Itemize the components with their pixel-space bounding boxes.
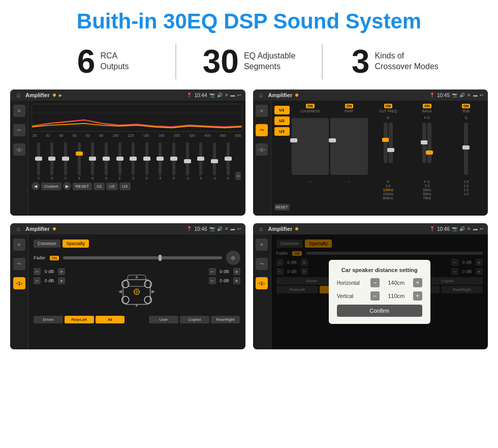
- topbar-4: ⌂ Amplifier 📍 10:46 📷 🔊 ✕ ▬ ↩: [253, 223, 488, 234]
- fl-db-value: 0 dB: [42, 269, 56, 274]
- rl-plus-btn[interactable]: +: [58, 277, 65, 284]
- horizontal-plus-btn[interactable]: +: [413, 278, 422, 287]
- sub-on[interactable]: ON: [462, 104, 471, 108]
- all-btn[interactable]: All: [96, 316, 125, 323]
- eq-slider-5[interactable]: 0: [87, 142, 99, 180]
- eq-custom-btn[interactable]: Custom: [41, 183, 61, 190]
- ch-bass: ON BASS: [409, 104, 446, 114]
- vertical-minus-btn[interactable]: −: [370, 291, 380, 301]
- eq-slider-3[interactable]: 0: [59, 142, 72, 180]
- sp-tab-common[interactable]: Common: [34, 240, 60, 248]
- sidebar-vol-btn-2[interactable]: ◁▷: [256, 143, 268, 156]
- eq-prev-btn[interactable]: ◀: [32, 182, 40, 190]
- home-icon-3[interactable]: ⌂: [14, 225, 22, 233]
- home-icon-2[interactable]: ⌂: [257, 91, 265, 99]
- bass-slider-wrap[interactable]: F G: [409, 116, 446, 177]
- camera-icon-4: 📷: [452, 226, 457, 231]
- sidebar-eq-btn-2[interactable]: ≡: [256, 105, 268, 117]
- topbar-title-2: Amplifier: [268, 92, 293, 98]
- confirm-button[interactable]: Confirm: [337, 305, 422, 317]
- eq-slider-7[interactable]: 0: [114, 142, 126, 180]
- settings-btn[interactable]: ⚙: [226, 251, 240, 265]
- eq-slider-10[interactable]: 0: [154, 142, 167, 180]
- eq-u2-btn[interactable]: U2: [106, 183, 117, 190]
- topbar-title-1: Amplifier: [25, 92, 50, 98]
- sidebar-eq-btn-3[interactable]: ≡: [13, 238, 25, 251]
- sidebar-2: ≡ 〜 ◁▷: [253, 101, 271, 216]
- amp2-content: U1 U2 U3 RESET ON LOUDNESS: [274, 104, 485, 213]
- cutfreq-on[interactable]: ON: [384, 104, 393, 108]
- topbar-title-3: Amplifier: [25, 226, 50, 232]
- bass-label: BASS: [422, 109, 432, 113]
- eq-slider-6[interactable]: 0: [100, 142, 112, 180]
- sidebar-wave-btn-4[interactable]: 〜: [256, 258, 268, 270]
- topbar-title-4: Amplifier: [268, 226, 293, 232]
- fr-plus-btn[interactable]: +: [233, 268, 240, 275]
- copilot-btn[interactable]: Copilot: [180, 316, 209, 323]
- sidebar-wave-btn[interactable]: 〜: [13, 124, 25, 136]
- fl-minus-btn[interactable]: −: [34, 268, 41, 275]
- eq-slider-12[interactable]: -1: [181, 142, 194, 180]
- sub-label: SUB: [462, 109, 470, 113]
- fr-minus-btn[interactable]: −: [209, 268, 216, 275]
- loudness-slider-wrap[interactable]: [292, 116, 329, 177]
- eq-main: 25 32 40 50 63 80 100 125 160 200 250 32…: [28, 101, 245, 216]
- sidebar-eq-btn[interactable]: ≡: [13, 105, 25, 117]
- user-btn[interactable]: User: [149, 316, 178, 323]
- amp2-reset-btn[interactable]: RESET: [274, 204, 290, 211]
- stat-eq-label: EQ AdjustableSegments: [244, 51, 295, 72]
- eq-u3-btn[interactable]: U3: [119, 183, 131, 190]
- sidebar-wave-btn-3[interactable]: 〜: [13, 258, 25, 270]
- bass-on[interactable]: ON: [423, 104, 431, 108]
- eq-slider-15[interactable]: 0: [222, 142, 234, 180]
- rearleft-btn[interactable]: RearLeft: [65, 316, 94, 323]
- preset-u3[interactable]: U3: [274, 127, 290, 136]
- svg-text:▶: ▶: [152, 289, 155, 294]
- preset-u1[interactable]: U1: [274, 106, 290, 114]
- phat-on[interactable]: ON: [345, 104, 354, 108]
- car-diagram: ▲ ▼ ◀ ▶: [69, 268, 205, 314]
- rl-minus-btn[interactable]: −: [34, 277, 41, 284]
- rr-minus-btn[interactable]: −: [209, 277, 216, 284]
- eq-u1-btn[interactable]: U1: [94, 183, 105, 190]
- sidebar-vol-btn-3[interactable]: ◁▷: [13, 277, 25, 289]
- sidebar-4: ≡ 〜 ◁▷: [253, 234, 271, 349]
- driver-btn[interactable]: Driver: [34, 316, 63, 323]
- sidebar-wave-btn-2[interactable]: 〜: [256, 124, 268, 136]
- fader-slider[interactable]: [63, 256, 222, 259]
- home-icon[interactable]: ⌂: [14, 91, 22, 99]
- eq-slider-9[interactable]: 0: [141, 142, 153, 180]
- sidebar-vol-btn-4[interactable]: ◁▷: [256, 277, 268, 289]
- preset-u2[interactable]: U2: [274, 116, 290, 125]
- eq-slider-4[interactable]: 5: [73, 142, 85, 180]
- eq-next-btn[interactable]: ▶: [63, 182, 71, 190]
- loudness-on[interactable]: ON: [306, 104, 315, 108]
- rearright-btn[interactable]: RearRight: [211, 316, 240, 323]
- eq-slider-13[interactable]: 0: [195, 142, 207, 180]
- screens-grid: ⌂ Amplifier ▶ 📍 10:44 📷 🔊 ✕ ▬ ↩ ≡ 〜 ◁▷: [0, 87, 498, 354]
- eq-slider-1[interactable]: 0: [33, 142, 45, 180]
- horizontal-minus-btn[interactable]: −: [370, 278, 380, 287]
- sidebar-eq-btn-4[interactable]: ≡: [256, 238, 268, 251]
- channel-headers: ON LOUDNESS ON PHAT ON CUT FREQ: [292, 104, 485, 114]
- cutfreq-slider-wrap[interactable]: G: [369, 116, 407, 177]
- vertical-plus-btn[interactable]: +: [413, 291, 422, 301]
- rr-plus-btn[interactable]: +: [233, 277, 240, 284]
- fl-plus-btn[interactable]: +: [58, 268, 65, 275]
- eq-slider-8[interactable]: 0: [127, 142, 139, 180]
- eq-slider-11[interactable]: 0: [168, 142, 180, 180]
- ch-sub: ON SUB: [447, 104, 485, 114]
- sidebar-vol-btn[interactable]: ◁▷: [13, 143, 25, 156]
- eq-slider-2[interactable]: 0: [46, 142, 58, 180]
- home-icon-4[interactable]: ⌂: [257, 225, 265, 233]
- back-icon-2: ↩: [480, 93, 484, 98]
- sub-slider-wrap[interactable]: G: [447, 116, 485, 177]
- eq-reset-btn[interactable]: RESET: [73, 183, 92, 190]
- fader-on-btn[interactable]: ON: [50, 256, 59, 260]
- eq-slider-14[interactable]: -1: [208, 142, 221, 180]
- phat-slider-wrap[interactable]: [330, 116, 368, 177]
- camera-icon-1: 📷: [209, 93, 215, 98]
- sp-tab-specialty[interactable]: Specialty: [63, 240, 89, 248]
- dialog-overlay: Car speaker distance setting Horizontal …: [271, 234, 488, 349]
- minimize-icon-1: ▬: [231, 93, 235, 98]
